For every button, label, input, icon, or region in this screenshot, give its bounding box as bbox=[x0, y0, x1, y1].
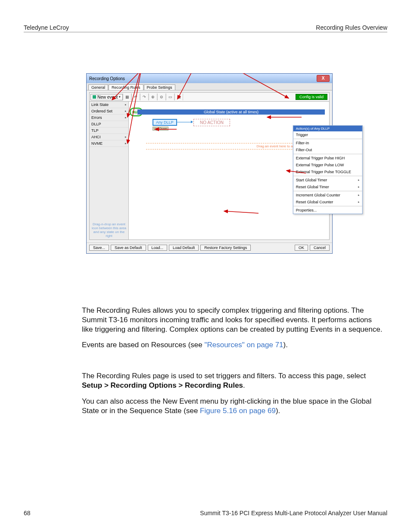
event-cat-link-state[interactable]: Link State▸ bbox=[90, 102, 128, 108]
window: Recording Options X General Recording Ru… bbox=[86, 73, 333, 254]
submenu-icon: ▸ bbox=[125, 135, 127, 139]
undo-icon[interactable]: ↶ bbox=[131, 93, 140, 100]
toolbar-icon-1[interactable]: ▦ bbox=[123, 93, 131, 100]
paragraph-2: Events are based on Resources (see "Reso… bbox=[82, 340, 383, 350]
tab-probe-settings[interactable]: Probe Settings bbox=[144, 84, 175, 90]
ok-button[interactable]: OK bbox=[295, 245, 308, 251]
window-title: Recording Options bbox=[89, 76, 125, 81]
global-state-bar[interactable]: Global State (active at all times) bbox=[137, 109, 325, 115]
header-left: Teledyne LeCroy bbox=[24, 24, 69, 31]
load-button[interactable]: Load... bbox=[148, 245, 168, 251]
tab-recording-rules[interactable]: Recording Rules bbox=[109, 84, 143, 90]
new-event-icon bbox=[93, 95, 96, 99]
submenu-icon: ▸ bbox=[125, 103, 127, 106]
config-valid-badge: Config is valid bbox=[296, 94, 327, 100]
submenu-icon: ▸ bbox=[125, 142, 127, 145]
action-block-no-action[interactable]: NO ACTION bbox=[193, 119, 230, 126]
paragraph-1: The Recording Rules allows you to specif… bbox=[82, 306, 383, 334]
toolbar-icon-7[interactable]: ▤ bbox=[174, 93, 183, 100]
save-button[interactable]: Save... bbox=[89, 245, 109, 251]
link-figure-5-16[interactable]: Figure 5.16 on page 69 bbox=[200, 407, 276, 415]
redo-icon[interactable]: ↷ bbox=[140, 93, 149, 100]
event-block-any-dllp[interactable]: Any DLLP bbox=[153, 119, 177, 126]
zoom-out-icon[interactable]: ⊖ bbox=[157, 93, 166, 100]
event-category-list: Link State▸ Ordered Set▸ Errors▸ DLLP TL… bbox=[90, 102, 128, 221]
restore-factory-button[interactable]: Restore Factory Settings bbox=[200, 245, 251, 251]
drag-drop-hint: Drag-n-drop an event icon between this a… bbox=[90, 221, 128, 240]
cm-filter-out[interactable]: Filter-Out bbox=[293, 146, 362, 153]
link-resources[interactable]: "Resources" on page 71 bbox=[204, 341, 283, 349]
submenu-icon: ▸ bbox=[358, 200, 360, 204]
event-cat-nvme[interactable]: NVME▸ bbox=[90, 140, 128, 147]
event-cat-ahci[interactable]: AHCI▸ bbox=[90, 134, 128, 140]
cancel-button[interactable]: Cancel bbox=[310, 245, 330, 251]
new-event-label: New event bbox=[97, 95, 118, 100]
cm-reset-global-counter[interactable]: Reset Global Counter▸ bbox=[293, 199, 362, 205]
toolbar: New event ▾ ▦ ↶ ↷ ⊕ ⊖ ▭ ▤ Config is vali… bbox=[89, 92, 330, 102]
cm-trigger[interactable]: Trigger bbox=[293, 131, 362, 138]
submenu-icon: ▸ bbox=[358, 193, 360, 197]
updown-buttons[interactable]: Up Down bbox=[153, 127, 168, 131]
cm-ext-trigger-toggle[interactable]: External Trigger Pulse TOGGLE bbox=[293, 168, 362, 175]
cm-properties[interactable]: Properties... bbox=[293, 207, 362, 214]
cm-ext-trigger-low[interactable]: External Trigger Pulse LOW bbox=[293, 162, 362, 168]
submenu-icon: ▸ bbox=[125, 116, 127, 119]
page-number: 68 bbox=[24, 510, 31, 516]
cm-reset-global-timer[interactable]: Reset Global Timer▸ bbox=[293, 184, 362, 190]
down-button[interactable]: Down bbox=[159, 127, 167, 130]
footer-title: Summit T3-16 PCI Express Multi-Lane Prot… bbox=[200, 510, 387, 516]
page-header: Teledyne LeCroy Recording Rules Overview bbox=[24, 24, 387, 32]
tabs: General Recording Rules Probe Settings bbox=[87, 83, 332, 90]
new-event-button[interactable]: New event ▾ bbox=[90, 94, 123, 100]
event-cat-tlp[interactable]: TLP bbox=[90, 128, 128, 134]
save-as-default-button[interactable]: Save as Default bbox=[111, 245, 146, 251]
button-bar: Save... Save as Default Load... Load Def… bbox=[87, 243, 332, 253]
page-footer: 68 Summit T3-16 PCI Express Multi-Lane P… bbox=[24, 510, 387, 516]
paragraph-3: The Recording Rules page is used to set … bbox=[82, 371, 383, 390]
header-right: Recording Rules Overview bbox=[316, 24, 387, 31]
cm-start-global-timer[interactable]: Start Global Timer▸ bbox=[293, 177, 362, 184]
dropdown-icon: ▾ bbox=[119, 95, 121, 99]
fit-icon[interactable]: ▭ bbox=[166, 93, 174, 100]
figure-recording-options: Recording Options X General Recording Ru… bbox=[86, 73, 336, 254]
window-titlebar[interactable]: Recording Options X bbox=[87, 74, 332, 83]
rules-canvas[interactable]: RUN Global State (active at all times) A… bbox=[129, 102, 329, 240]
body-text: The Recording Rules allows you to specif… bbox=[82, 306, 383, 422]
up-button[interactable]: Up bbox=[154, 127, 158, 130]
load-default-button[interactable]: Load Default bbox=[169, 245, 199, 251]
window-close-button[interactable]: X bbox=[317, 75, 330, 82]
event-panel: Link State▸ Ordered Set▸ Errors▸ DLLP TL… bbox=[90, 102, 129, 240]
cm-increment-global-counter[interactable]: Increment Global Counter▸ bbox=[293, 192, 362, 199]
event-cat-dllp[interactable]: DLLP bbox=[90, 121, 128, 128]
submenu-icon: ▸ bbox=[125, 109, 127, 113]
zoom-in-icon[interactable]: ⊕ bbox=[149, 93, 157, 100]
main-area: Link State▸ Ordered Set▸ Errors▸ DLLP TL… bbox=[89, 102, 330, 240]
event-cat-ordered-set[interactable]: Ordered Set▸ bbox=[90, 108, 128, 115]
tab-general[interactable]: General bbox=[88, 84, 108, 90]
cm-ext-trigger-high[interactable]: External Trigger Pulse HIGH bbox=[293, 155, 362, 162]
paragraph-4: You can also access the New Event menu b… bbox=[82, 397, 383, 416]
submenu-icon: ▸ bbox=[358, 178, 360, 182]
submenu-icon: ▸ bbox=[358, 185, 360, 189]
context-menu-header: Action(s) of Any DLLP bbox=[293, 126, 362, 131]
menu-path: Setup > Recording Options > Recording Ru… bbox=[82, 381, 243, 389]
event-cat-errors[interactable]: Errors▸ bbox=[90, 115, 128, 121]
actions-context-menu: Action(s) of Any DLLP Trigger Filter-In … bbox=[293, 125, 363, 214]
connector-arrow bbox=[176, 122, 193, 122]
cm-filter-in[interactable]: Filter-In bbox=[293, 140, 362, 146]
